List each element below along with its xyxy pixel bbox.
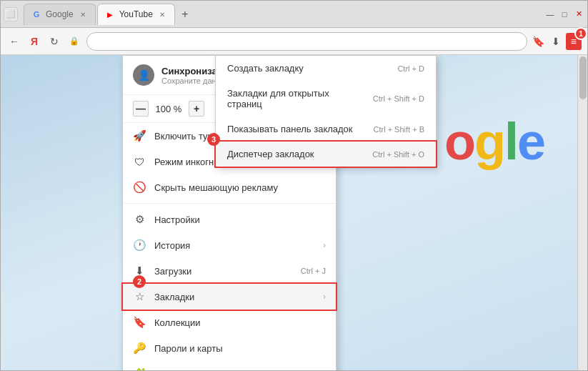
lock-icon: 🔒 [66,34,82,49]
manager-badge: 3 [207,133,220,146]
youtube-favicon: ▶ [105,9,115,19]
adblock-icon: 🚫 [133,181,146,194]
manager-shortcut: Ctrl + Shift + O [372,150,424,159]
bookmarks-badge: 2 [133,275,146,288]
zoom-plus-button[interactable]: + [189,101,204,117]
downloads-shortcut: Ctrl + J [301,267,326,275]
submenu-show-panel[interactable]: Показывать панель закладок Ctrl + Shift … [216,117,436,142]
add-bookmark-label: Создать закладку [227,63,389,74]
tab-controls-left: ⬜ [4,7,18,21]
maximize-button[interactable]: □ [559,9,570,20]
scrollbar[interactable] [577,55,587,370]
menu-item-adblock[interactable]: 🚫 Скрыть мешающую рекламу [123,174,336,200]
history-label: История [154,240,314,251]
tab-youtube-close[interactable]: ✕ [157,9,167,19]
submenu-manager[interactable]: Диспетчер закладок 3 Ctrl + Shift + O [216,142,436,167]
menu-item-extensions[interactable]: 🧩 Дополнения [123,361,336,370]
menu-item-bookmarks[interactable]: ☆ Закладки 2 › [123,284,336,310]
back-button[interactable]: ← [6,34,22,49]
new-tab-button[interactable]: + [176,6,194,23]
history-icon: 🕐 [133,239,146,252]
google-o: o [444,113,474,170]
bookmark-icon[interactable]: 🔖 [532,34,546,49]
sync-avatar: 👤 [133,64,154,86]
address-bar-right: 🔖 ⬇ ≡ 1 [532,33,582,50]
bookmarks-arrow-icon: › [323,292,326,302]
google-e: e [517,113,544,170]
google-logo-partial: ogle [444,112,544,171]
zoom-value: 100 % [154,104,183,114]
address-input[interactable] [86,32,527,51]
history-arrow-icon: › [323,240,326,250]
menu-divider-1 [123,203,336,204]
show-panel-label: Показывать панель закладок [227,124,364,134]
scrollbar-thumb[interactable] [579,56,587,99]
settings-icon: ⚙ [133,213,146,226]
minimize-button[interactable]: — [544,9,556,20]
manager-label: Диспетчер закладок [227,149,364,159]
submenu-add-bookmark[interactable]: Создать закладку Ctrl + D [216,56,436,81]
passwords-icon: 🔑 [133,342,146,355]
browser-frame: ⬜ G Google ✕ ▶ YouTube ✕ + — □ ✕ ← Я ↻ 🔒 [0,0,588,371]
tab-youtube-label: YouTube [119,9,153,19]
incognito-icon: 🛡 [133,155,146,168]
menu-button[interactable]: ≡ 1 [566,33,582,50]
tab-bar: ⬜ G Google ✕ ▶ YouTube ✕ + — □ ✕ [1,1,587,28]
sidebar-toggle-btn[interactable]: ⬜ [4,7,18,21]
menu-item-settings[interactable]: ⚙ Настройки [123,207,336,232]
browser-content: ogle 👤 Синхронизация Сохраните данные, ч… [1,55,587,370]
extensions-label: Дополнения [154,369,326,371]
yandex-button[interactable]: Я [26,34,42,49]
tab-google-close[interactable]: ✕ [78,9,88,19]
settings-label: Настройки [154,214,326,225]
open-bookmarks-shortcut: Ctrl + Shift + D [373,94,424,103]
add-bookmark-shortcut: Ctrl + D [397,64,424,73]
google-g2: g [474,113,504,170]
google-l: l [504,113,517,170]
tab-google-label: Google [46,9,74,19]
menu-item-passwords[interactable]: 🔑 Пароли и карты [123,335,336,361]
passwords-label: Пароли и карты [154,343,326,354]
collections-label: Коллекции [154,317,326,328]
bookmarks-submenu: Создать закладку Ctrl + D Закладки для о… [215,55,437,167]
adblock-label: Скрыть мешающую рекламу [154,182,326,193]
extensions-icon: 🧩 [133,367,146,370]
address-bar: ← Я ↻ 🔒 🔖 ⬇ ≡ 1 [1,28,587,55]
menu-badge: 1 [574,27,587,40]
refresh-button[interactable]: ↻ [46,34,62,49]
collections-icon: 🔖 [133,316,146,329]
bookmarks-icon: ☆ [133,290,146,303]
tab-google[interactable]: G Google ✕ [24,4,96,25]
window-controls: — □ ✕ [544,9,584,20]
download-icon[interactable]: ⬇ [549,34,563,49]
zoom-minus-button[interactable]: — [133,101,149,117]
show-panel-shortcut: Ctrl + Shift + B [373,125,424,134]
submenu-open-bookmarks[interactable]: Закладки для открытых страниц Ctrl + Shi… [216,81,436,117]
bookmarks-label: Закладки [154,292,314,302]
menu-item-history[interactable]: 🕐 История › [123,232,336,258]
turbo-icon: 🚀 [133,129,146,142]
menu-item-downloads[interactable]: ⬇ Загрузки Ctrl + J [123,258,336,284]
open-bookmarks-label: Закладки для открытых страниц [227,88,364,109]
google-favicon: G [31,9,41,19]
tab-youtube[interactable]: ▶ YouTube ✕ [97,4,175,25]
menu-item-collections[interactable]: 🔖 Коллекции [123,310,336,335]
close-button[interactable]: ✕ [573,9,584,20]
downloads-label: Загрузки [154,266,292,277]
